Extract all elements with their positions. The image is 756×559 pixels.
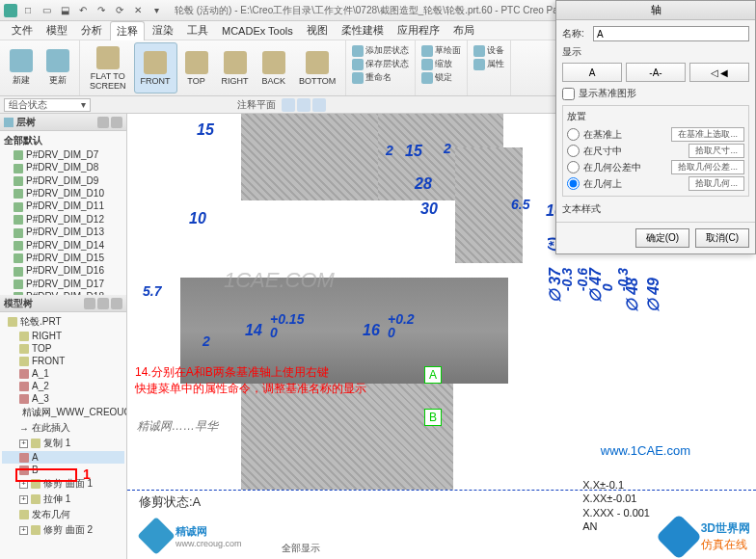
textstyle-link[interactable]: 文本样式 [562, 202, 749, 216]
dim-item[interactable]: P#DRV_DIM_D14 [2, 239, 124, 252]
opt-gtol-btn[interactable]: 拾取几何公差... [671, 160, 744, 174]
tree-axis-a[interactable]: A [2, 451, 124, 464]
ribbon-lock[interactable]: 锁定 [421, 71, 461, 84]
tree-link[interactable]: 精诚网_WWW_CREOUG_COM... [2, 405, 124, 420]
tree-opt-icon[interactable] [111, 298, 122, 309]
opt-datum-btn[interactable]: 在基准上选取... [671, 127, 744, 142]
dim-2b[interactable]: 2 [202, 333, 210, 349]
dim-2c[interactable]: 2 [444, 141, 451, 156]
ribbon-top-button[interactable]: TOP [179, 42, 214, 93]
ribbon-sketch[interactable]: 草绘面 [421, 44, 461, 57]
tree-opt-icon[interactable] [111, 117, 122, 128]
style-a-button[interactable]: A [562, 63, 622, 82]
dim-item[interactable]: P#DRV_DIM_D10 [2, 187, 124, 200]
tree-a3[interactable]: A_3 [2, 392, 124, 405]
dim-6-5[interactable]: 6.5 [511, 197, 529, 212]
ribbon-scale[interactable]: 缩放 [421, 58, 461, 70]
tree-opt-icon[interactable] [84, 298, 95, 309]
tree-opt-icon[interactable] [97, 117, 109, 128]
datum-b[interactable]: B [424, 409, 442, 426]
dim-item[interactable]: P#DRV_DIM_D11 [2, 200, 124, 212]
dim-item[interactable]: P#DRV_DIM_D15 [2, 252, 124, 264]
qat-open-icon[interactable]: ▭ [39, 3, 54, 18]
dim-item[interactable]: P#DRV_DIM_D16 [2, 264, 124, 277]
tree-a2[interactable]: A_2 [2, 380, 124, 392]
dim-14-tol[interactable]: +0.15 0 [270, 312, 304, 339]
menu-model[interactable]: 模型 [40, 21, 73, 40]
qat-save-icon[interactable]: ⬓ [57, 3, 72, 18]
qat-redo-icon[interactable]: ↷ [94, 3, 109, 18]
dim-15b[interactable]: 15 [405, 143, 422, 160]
tool-icon[interactable] [312, 98, 326, 112]
opt-dim-btn[interactable]: 拾取尺寸... [688, 144, 744, 158]
tree-trim1[interactable]: +修剪 曲面 1 [2, 476, 124, 492]
menu-flex[interactable]: 柔性建模 [336, 21, 390, 40]
ribbon-device[interactable]: 设备 [473, 44, 504, 57]
opt-dim[interactable] [567, 145, 580, 157]
model-root[interactable]: 轮毂.PRT [2, 314, 124, 330]
dim-item[interactable]: P#DRV_DIM_D7 [2, 148, 124, 161]
ribbon-refresh-button[interactable]: 更新 [40, 42, 75, 93]
dim-28[interactable]: 28 [415, 175, 432, 193]
ribbon-addlayer[interactable]: 添加层状态 [352, 44, 409, 57]
show-geom-checkbox[interactable] [562, 88, 575, 100]
dim-14[interactable]: 14 [245, 322, 262, 339]
qat-new-icon[interactable]: □ [20, 3, 36, 18]
dim-item[interactable]: P#DRV_DIM_D8 [2, 161, 124, 173]
dim-5-7[interactable]: 5.7 [143, 283, 161, 299]
dim-item[interactable]: P#DRV_DIM_D17 [2, 278, 124, 290]
ribbon-right-button[interactable]: RIGHT [216, 42, 255, 93]
style-arrow-button[interactable]: ◁ ◀ [689, 63, 749, 82]
opt-geom-btn[interactable]: 拾取几何... [688, 176, 744, 191]
cancel-button[interactable]: 取消(C) [695, 228, 749, 248]
menu-annotate[interactable]: 注释 [110, 21, 145, 40]
opt-geom[interactable] [567, 177, 580, 190]
tree-top[interactable]: TOP [2, 342, 124, 355]
qat-regen-icon[interactable]: ⟳ [112, 3, 127, 18]
tree-fx[interactable]: 发布几何 [2, 507, 124, 522]
dim-2[interactable]: 2 [386, 143, 393, 158]
style-boxa-button[interactable]: -A- [626, 63, 686, 82]
tree-trim2[interactable]: +修剪 曲面 2 [2, 522, 124, 538]
name-input[interactable] [593, 26, 749, 41]
menu-layout[interactable]: 布局 [447, 21, 480, 40]
ok-button[interactable]: 确定(O) [635, 228, 689, 248]
combo-state[interactable]: 组合状态▾ [4, 98, 91, 112]
qat-close-icon[interactable]: ✕ [130, 3, 146, 18]
opt-gtol[interactable] [567, 161, 580, 173]
tree-opt-icon[interactable] [97, 298, 109, 309]
showall-label[interactable]: 全部显示 [282, 542, 320, 555]
tree-ext[interactable]: +拉伸 1 [2, 492, 124, 507]
ribbon-savelayer[interactable]: 保存层状态 [352, 58, 409, 70]
ribbon-new-button[interactable]: 新建 [4, 42, 39, 93]
dims-root[interactable]: 全部默认 [2, 133, 124, 148]
dim-30[interactable]: 30 [420, 200, 438, 218]
tree-copy[interactable]: +复制 1 [2, 436, 124, 451]
menu-render[interactable]: 渲染 [147, 21, 179, 40]
dim-phi48[interactable]: ∅ 48 [623, 278, 641, 312]
qat-undo-icon[interactable]: ↶ [75, 3, 91, 18]
dim-item[interactable]: P#DRV_DIM_D13 [2, 226, 124, 238]
menu-tools[interactable]: 工具 [181, 21, 214, 40]
dim-16-tol[interactable]: +0.2 0 [388, 312, 415, 339]
dim-10[interactable]: 10 [189, 210, 206, 227]
tree-axis-b[interactable]: B [2, 464, 124, 476]
ribbon-flat-button[interactable]: FLAT TO SCREEN [84, 42, 132, 93]
ribbon-props[interactable]: 属性 [473, 58, 504, 70]
dim-16[interactable]: 16 [363, 322, 380, 339]
dim-item[interactable]: P#DRV_DIM_D9 [2, 174, 124, 187]
dim-item[interactable]: P#DRV_DIM_D12 [2, 213, 124, 226]
opt-datum[interactable] [567, 128, 580, 141]
ribbon-back-button[interactable]: BACK [256, 42, 292, 93]
menu-mcad[interactable]: MCADEx Tools [216, 23, 299, 39]
datum-a[interactable]: A [424, 366, 442, 384]
tree-right[interactable]: RIGHT [2, 330, 124, 342]
tree-a1[interactable]: A_1 [2, 367, 124, 380]
menu-analysis[interactable]: 分析 [75, 21, 108, 40]
qat-more-icon[interactable]: ▾ [148, 3, 164, 18]
menu-file[interactable]: 文件 [6, 21, 39, 40]
tree-front[interactable]: FRONT [2, 355, 124, 367]
tree-insert[interactable]: →在此插入 [2, 420, 124, 436]
tool-icon[interactable] [297, 98, 310, 112]
menu-app[interactable]: 应用程序 [392, 21, 446, 40]
